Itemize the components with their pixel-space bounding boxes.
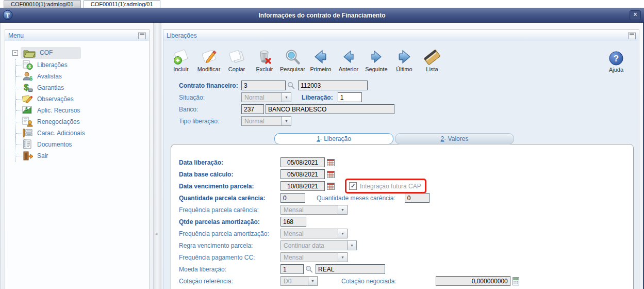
liberacao-label: Liberação: [302, 94, 333, 101]
mdi-tab[interactable]: COF00010(1):admlog/01 [4, 0, 81, 8]
copiar-icon [227, 49, 246, 66]
magnifier-icon[interactable] [305, 265, 313, 273]
banco-code-input[interactable] [241, 104, 264, 114]
splitter-collapse-icon[interactable]: ◄ [154, 232, 158, 236]
menu-item-aplic-recursos[interactable]: $Aplic. Recursos [16, 105, 149, 116]
tipo-liberacao-label: Tipo liberação: [179, 118, 241, 125]
anterior-button[interactable]: Anterior [336, 49, 361, 73]
calculator-icon[interactable] [513, 277, 519, 285]
frequencia-parcela-amortizacao-select[interactable]: Mensal▼ [280, 229, 348, 238]
seguinte-label: Seguinte [365, 66, 387, 73]
form-row: Situação: Normal ▼ Liberação: [179, 92, 639, 102]
moeda-liberacao-code-input[interactable] [280, 264, 304, 274]
lista-label: Lista [426, 66, 438, 73]
liberacoes-icon: $ [22, 60, 34, 70]
tab-2-valores[interactable]: 2 - Valores [395, 133, 514, 145]
primeiro-button[interactable]: Primeiro [308, 49, 333, 73]
mdi-tab[interactable]: COF00011(1):admlog/01 [84, 0, 160, 8]
integracao-futura-cap-checkbox[interactable]: ✓ [349, 182, 357, 190]
qtde-parcelas-amortizacao-input[interactable] [280, 217, 306, 227]
menu-item-liberacoes[interactable]: $Liberações [16, 59, 149, 71]
modificar-label: Modificar [197, 66, 221, 73]
form-row-cotacao-referencia: Cotação referência:D0▼Cotação negociada: [179, 275, 633, 287]
documentos-icon [22, 139, 34, 150]
modificar-button[interactable]: Modificar [196, 49, 221, 73]
contrato-financeiro-code-input[interactable] [241, 81, 286, 90]
excluir-button[interactable]: Excluir [252, 49, 277, 73]
calendar-icon[interactable] [327, 170, 335, 178]
situacao-value: Normal [242, 94, 282, 101]
tipo-liberacao-select[interactable]: Normal ▼ [241, 116, 291, 126]
incluir-label: Incluir [173, 66, 188, 73]
incluir-button[interactable]: Incluir [169, 49, 193, 73]
collapse-panel-button[interactable] [138, 33, 146, 39]
regra-vencimento-parcela-select[interactable]: Continuar data▼ [280, 240, 357, 250]
cotacao-referencia-select[interactable]: D0▼ [280, 276, 318, 286]
quantidade-meses-carencia-input[interactable] [405, 193, 430, 203]
help-button[interactable]: ? Ajuda [608, 50, 624, 73]
frequencia-parcela-carencia-select[interactable]: Mensal▼ [280, 205, 348, 215]
toolbar-buttons: IncluirModificarCopiarExcluirPesquisarPr… [169, 49, 444, 73]
copiar-button[interactable]: Copiar [224, 49, 249, 73]
tree-connector [16, 133, 22, 134]
chevron-down-icon: ▼ [338, 253, 347, 262]
menu-item-carac-adicionais[interactable]: Carac. Adicionais [16, 127, 149, 139]
lista-button[interactable]: Lista [420, 49, 444, 73]
main-panel: Liberações IncluirModificarCopiarExcluir… [163, 29, 639, 289]
seguinte-icon [367, 49, 386, 66]
contrato-financeiro-number-input[interactable] [298, 81, 368, 90]
menu-panel-body: −COF$Liberações$Avalistas$GarantiasObser… [5, 41, 150, 289]
lista-icon [423, 49, 441, 66]
data-vencimento-parcela-input[interactable] [280, 181, 325, 191]
tab-1-liberacao[interactable]: 1 - Liberação [274, 133, 393, 145]
qtde-parcelas-amortizacao-label: Qtde parcelas amortização: [179, 218, 280, 226]
menu-root-cof[interactable]: −COF [12, 46, 149, 59]
chevron-down-icon: ▼ [338, 229, 347, 238]
ultimo-button[interactable]: Último [392, 49, 417, 73]
banco-label: Banco: [179, 106, 241, 113]
svg-text:T: T [6, 12, 10, 19]
data-liberacao-input[interactable] [280, 157, 325, 167]
form-row-frequencia-parcela-carencia: Frequência parcela carência:Mensal▼ [179, 204, 633, 216]
incluir-icon [172, 49, 190, 66]
tree-connector [16, 88, 22, 88]
menu-item-documentos[interactable]: Documentos [16, 139, 149, 150]
liberacao-input[interactable] [338, 92, 362, 102]
main-panel-body: IncluirModificarCopiarExcluirPesquisarPr… [163, 41, 639, 289]
svg-text:$: $ [29, 75, 32, 82]
lookup-magnifier-icon[interactable] [287, 82, 295, 89]
form-row: Tipo liberação: Normal ▼ [179, 116, 639, 126]
situacao-select[interactable]: Normal ▼ [241, 92, 291, 102]
form-row: Banco: [179, 104, 639, 114]
calendar-icon[interactable] [327, 182, 335, 190]
frequencia-pagamento-cc-select[interactable]: Mensal▼ [280, 252, 348, 262]
menu-item-avalistas[interactable]: $Avalistas [16, 71, 149, 82]
moeda-liberacao-name-input[interactable] [316, 264, 385, 274]
seguinte-button[interactable]: Seguinte [364, 49, 389, 73]
frequencia-parcela-carencia-label: Frequência parcela carência: [179, 206, 280, 214]
menu-item-observacoes[interactable]: Observações [16, 93, 149, 105]
menu-item-sair[interactable]: Sair [16, 150, 149, 162]
collapse-panel-button[interactable] [628, 33, 636, 39]
close-button[interactable]: × [630, 10, 641, 20]
svg-text:$: $ [25, 106, 28, 111]
menu-item-garantias[interactable]: $Garantias [16, 82, 149, 93]
panel-splitter[interactable]: ◄ [153, 23, 161, 289]
primeiro-label: Primeiro [310, 66, 331, 73]
banco-name-input[interactable] [266, 104, 394, 114]
calendar-icon[interactable] [327, 158, 335, 166]
tree-expander-icon[interactable]: − [12, 50, 18, 56]
menu-item-renegociacoes[interactable]: Renegociações [16, 116, 149, 127]
renegociacoes-icon [22, 117, 34, 127]
data-base-calculo-label: Data base cálculo: [179, 171, 280, 178]
pesquisar-button[interactable]: Pesquisar [280, 49, 305, 73]
record-header-form: Contrato financeiro: Situação: Normal ▼ … [163, 74, 639, 128]
menu-root-label: COF [40, 49, 53, 56]
form-row: Contrato financeiro: [179, 81, 639, 90]
chevron-down-icon: ▼ [282, 93, 291, 102]
menu-item-label: Carac. Adicionais [37, 130, 85, 137]
data-base-calculo-input[interactable] [280, 169, 325, 179]
window-body: Menu −COF$Liberações$Avalistas$Garantias… [0, 23, 644, 289]
cotacao-negociada-input[interactable] [436, 276, 510, 286]
quantidade-parcela-carencia-input[interactable] [280, 193, 305, 203]
